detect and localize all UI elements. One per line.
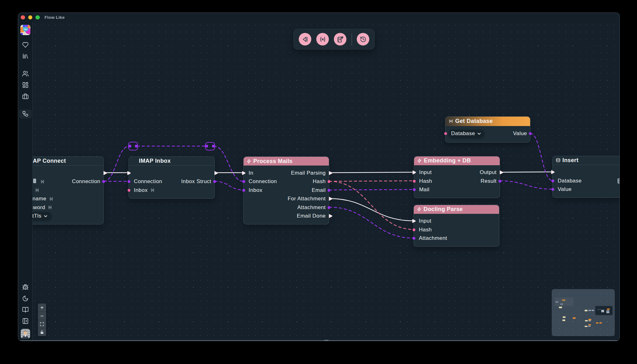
node-get-database[interactable]: Get DatabaseDatabaseValue [445, 116, 530, 143]
edge-pink[interactable] [329, 181, 414, 182]
fit-view-button[interactable] [38, 320, 46, 328]
step-back-button[interactable] [299, 33, 311, 45]
pink-data-pin[interactable] [328, 180, 330, 183]
exec-pin[interactable] [127, 171, 131, 175]
node-header[interactable]: Embedding + DB [414, 156, 500, 165]
minimap-node [573, 317, 576, 319]
minimap-node [596, 322, 598, 324]
workflow-icon[interactable] [22, 111, 29, 117]
zoom-out-button[interactable] [38, 312, 46, 320]
book-open-icon[interactable] [22, 307, 29, 313]
user-avatar[interactable] [21, 329, 30, 339]
traffic-close-button[interactable] [21, 15, 25, 20]
pink-data-pin[interactable] [444, 132, 447, 135]
exec-pin[interactable] [551, 170, 555, 174]
purple-data-pin[interactable] [213, 180, 216, 183]
traffic-zoom-button[interactable] [35, 15, 40, 20]
edge-purple[interactable] [500, 181, 552, 189]
variable-button[interactable] [316, 33, 329, 45]
moon-icon[interactable] [22, 295, 29, 302]
app-logo-icon[interactable] [20, 25, 30, 35]
pink-data-pin[interactable] [128, 189, 130, 192]
purple-data-pin[interactable] [413, 188, 416, 191]
node-title: Embedding + DB [424, 157, 471, 164]
edge-exec[interactable] [329, 172, 414, 173]
exec-pin[interactable] [329, 214, 333, 218]
exec-pin[interactable] [329, 171, 333, 175]
lock-button[interactable] [38, 328, 46, 336]
node-header[interactable]: Process Mails [244, 157, 329, 166]
pin-label: Inbox Struct [181, 178, 211, 185]
reroute-node[interactable] [128, 142, 138, 150]
history-button[interactable] [357, 33, 369, 45]
node-process-mails[interactable]: Process Mails In Email ParsingConnection… [243, 156, 329, 224]
purple-data-pin[interactable] [551, 188, 554, 191]
edge-purple[interactable] [215, 181, 243, 190]
library-icon[interactable] [22, 53, 29, 60]
node-header[interactable]: Insert [553, 156, 619, 165]
flow-canvas[interactable]: IMAP Connect Connection Username Passwor… [33, 22, 619, 341]
layout-grid-icon[interactable] [22, 82, 29, 88]
exec-pin[interactable] [103, 171, 107, 175]
exec-pin[interactable] [329, 197, 333, 201]
purple-data-pin[interactable] [413, 237, 415, 240]
edge-exec[interactable] [500, 172, 552, 172]
purple-data-pin[interactable] [212, 145, 215, 148]
node-header[interactable]: IMAP Inbox [129, 157, 214, 166]
node-insert[interactable]: Insert DatabaseValue [552, 156, 619, 198]
edge-exec[interactable] [329, 198, 414, 221]
traffic-minimize-button[interactable] [28, 15, 33, 20]
reroute-node[interactable] [205, 142, 215, 151]
node-embedding-db[interactable]: Embedding + DB Input OutputHashResultMai… [414, 156, 500, 198]
pin-label: For Attachment [287, 196, 326, 202]
purple-data-pin[interactable] [551, 179, 554, 182]
edge-purple[interactable] [530, 134, 552, 181]
exec-pin[interactable] [242, 171, 246, 175]
chevron-down-icon[interactable] [477, 133, 481, 135]
exec-pin[interactable] [499, 170, 503, 175]
node-header[interactable]: IMAP Connect [33, 157, 103, 166]
edge-purple[interactable] [329, 189, 414, 190]
pink-data-pin[interactable] [413, 180, 416, 182]
node-imap-connect[interactable]: IMAP Connect Connection Username Passwor… [33, 156, 104, 224]
node-imap-inbox[interactable]: IMAP Inbox ConnectionInbox StructInbox [129, 156, 215, 199]
users-icon[interactable] [22, 71, 29, 77]
chevron-down-icon[interactable] [44, 215, 47, 217]
pin-label: Connection [134, 178, 162, 185]
pin-row: Username [33, 195, 103, 203]
exec-pin[interactable] [214, 171, 218, 175]
purple-data-pin[interactable] [498, 180, 501, 182]
node-grip-handle[interactable] [618, 178, 619, 183]
purple-data-pin[interactable] [205, 145, 208, 148]
panel-open-icon[interactable] [22, 318, 29, 324]
purple-data-pin[interactable] [529, 132, 532, 135]
purple-data-pin[interactable] [328, 206, 330, 209]
node-header[interactable]: Get Database [445, 117, 530, 126]
notebook-pen-button[interactable] [334, 33, 346, 45]
edge-purple[interactable] [214, 146, 243, 181]
pin-label: Connection [72, 178, 100, 185]
minimap[interactable] [552, 289, 615, 336]
edge-purple[interactable] [329, 207, 414, 238]
node-header[interactable]: Docling Parse [414, 205, 499, 214]
grip-icon[interactable] [33, 179, 36, 184]
pin-label: Result [481, 178, 497, 184]
node-title: Insert [562, 157, 578, 164]
purple-data-pin[interactable] [128, 180, 130, 183]
purple-data-pin[interactable] [102, 180, 105, 183]
purple-data-pin[interactable] [328, 189, 330, 192]
node-docling-parse[interactable]: Docling Parse InputHashAttachment [413, 205, 499, 247]
purple-data-pin[interactable] [129, 145, 131, 148]
purple-data-pin[interactable] [242, 189, 245, 192]
edge-purple[interactable] [104, 146, 129, 181]
exec-pin[interactable] [412, 170, 416, 175]
purple-data-pin[interactable] [135, 145, 138, 148]
pin-row: Attachment [244, 203, 329, 212]
zoom-in-button[interactable] [38, 303, 46, 312]
bug-icon[interactable] [22, 284, 29, 291]
purple-data-pin[interactable] [242, 180, 245, 183]
heart-icon[interactable] [22, 42, 29, 48]
briefcase-icon[interactable] [22, 93, 29, 100]
pink-data-pin[interactable] [413, 228, 415, 231]
exec-pin[interactable] [412, 219, 416, 223]
